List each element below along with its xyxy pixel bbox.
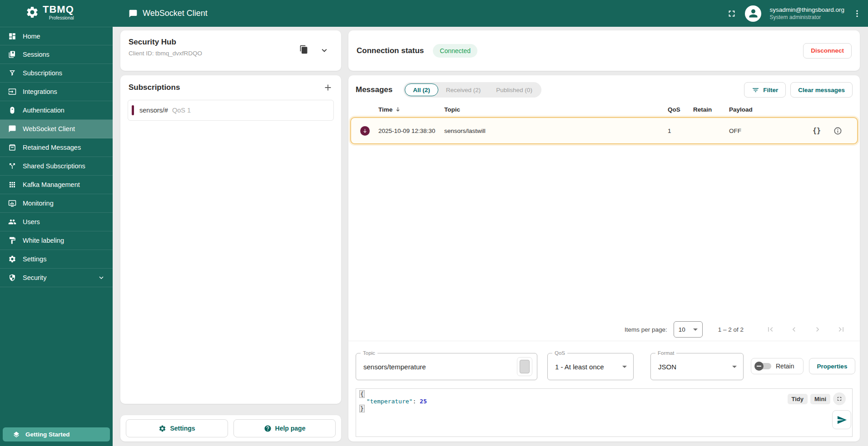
column-retain-label: Retain — [693, 106, 729, 113]
pagination-prev-button[interactable] — [787, 325, 801, 334]
sidebar-item-label: Security — [23, 274, 46, 281]
message-row[interactable]: 2025-10-09 12:38:30 sensors/lastwill 1 O… — [350, 117, 858, 144]
sidebar-item-shared-subscriptions[interactable]: Shared Subscriptions — [0, 157, 113, 176]
add-subscription-button[interactable] — [323, 83, 333, 93]
json-value: 25 — [420, 398, 427, 405]
gear-icon — [8, 255, 16, 263]
getting-started-button[interactable]: Getting Started — [3, 427, 110, 441]
tidy-button[interactable]: Tidy — [788, 394, 808, 404]
user-role: System administrator — [769, 14, 844, 21]
connection-status-title: Connection status — [357, 46, 424, 55]
disconnect-button[interactable]: Disconnect — [803, 43, 852, 59]
logo-title: TBMQ — [43, 4, 74, 15]
subscription-item[interactable]: sensors/# QoS 1 — [128, 100, 334, 121]
sidebar-item-sessions[interactable]: Sessions — [0, 45, 113, 64]
payload-editor[interactable]: { "temperature": 25 } Tidy Mini — [356, 388, 853, 437]
pagination-next-button[interactable] — [811, 325, 824, 334]
connection-status-card: Connection status Connected Disconnect — [348, 30, 860, 71]
sidebar-item-monitoring[interactable]: Monitoring — [0, 194, 113, 213]
sidebar-item-label: White labeling — [23, 237, 64, 244]
json-key: "temperature" — [367, 398, 413, 405]
close-brace: } — [359, 405, 365, 412]
subscriptions-card: Subscriptions sensors/# QoS 1 — [120, 75, 341, 404]
send-message-button[interactable] — [832, 410, 851, 429]
tab-published[interactable]: Published (0) — [488, 83, 540, 96]
monitor-icon — [8, 199, 16, 207]
getting-started-label: Getting Started — [25, 431, 70, 438]
message-qos: 1 — [668, 127, 693, 134]
filter-lines-icon — [752, 86, 759, 94]
people-icon — [8, 218, 16, 226]
retain-toggle-control[interactable]: Retain — [751, 358, 804, 374]
arrow-down-icon — [362, 128, 368, 134]
qos-field-value: 1 - At least once — [555, 363, 622, 371]
sidebar-item-label: Integrations — [23, 88, 57, 95]
sidebar-item-home[interactable]: Home — [0, 27, 113, 45]
tab-all[interactable]: All (2) — [405, 83, 438, 96]
chevron-left-icon — [789, 325, 799, 334]
chevron-down-icon — [97, 274, 105, 282]
sidebar-item-label: Monitoring — [23, 200, 54, 207]
column-time-label: Time — [378, 106, 392, 113]
sidebar: Home Sessions Subscriptions Integrations… — [0, 27, 113, 446]
payload-json-button[interactable]: {} — [806, 127, 827, 135]
client-settings-label: Settings — [170, 425, 195, 432]
received-direction-badge — [360, 126, 370, 136]
input-icon — [8, 88, 16, 96]
sidebar-item-kafka-management[interactable]: Kafka Management — [0, 176, 113, 194]
sidebar-item-label: WebSocket Client — [23, 125, 75, 132]
connection-status-badge: Connected — [433, 44, 477, 58]
publish-topic-field[interactable]: Topic sensors/temperature — [356, 353, 537, 380]
send-icon — [837, 415, 847, 425]
sidebar-item-label: Users — [23, 218, 40, 225]
user-email: sysadmin@thingsboard.org — [769, 6, 844, 14]
client-settings-button[interactable]: Settings — [126, 419, 228, 437]
tbmq-logo[interactable]: TBMQ Professional — [25, 4, 74, 20]
sidebar-item-settings[interactable]: Settings — [0, 250, 113, 269]
chat-bubble-icon — [129, 9, 138, 18]
open-brace: { — [359, 390, 365, 398]
sidebar-item-label: Retained Messages — [23, 144, 81, 151]
properties-button[interactable]: Properties — [809, 358, 855, 374]
sidebar-item-label: Subscriptions — [23, 69, 62, 77]
mini-button[interactable]: Mini — [810, 394, 830, 404]
publish-qos-select[interactable]: QoS 1 - At least once — [547, 353, 634, 380]
messages-card: Messages All (2) Received (2) Published … — [348, 75, 860, 441]
column-time-sort[interactable]: Time — [378, 106, 444, 113]
pagination-last-button[interactable] — [834, 325, 848, 334]
topic-color-swatch-button[interactable] — [517, 357, 532, 376]
message-payload: OFF — [729, 127, 806, 134]
paint-icon — [8, 236, 16, 245]
publish-format-select[interactable]: Format JSON — [650, 353, 744, 380]
divider — [348, 341, 860, 341]
sidebar-item-label: Settings — [23, 255, 46, 263]
pagination-first-button[interactable] — [764, 325, 777, 334]
clear-messages-button[interactable]: Clear messages — [790, 82, 853, 98]
fullscreen-button[interactable] — [727, 9, 737, 19]
sidebar-item-white-labeling[interactable]: White labeling — [0, 231, 113, 250]
sidebar-item-users[interactable]: Users — [0, 213, 113, 231]
sidebar-item-authentication[interactable]: Authentication — [0, 101, 113, 120]
help-page-button[interactable]: Help page — [233, 419, 336, 437]
toggle-knob-minus-icon — [754, 362, 764, 371]
retain-toggle[interactable] — [756, 363, 771, 369]
sidebar-item-websocket-client[interactable]: WebSocket Client — [0, 120, 113, 138]
sidebar-item-integrations[interactable]: Integrations — [0, 83, 113, 101]
sidebar-item-label: Home — [23, 33, 40, 40]
editor-fullscreen-button[interactable] — [833, 392, 846, 405]
tbmq-logo-icon — [25, 5, 39, 19]
sessions-book-icon — [8, 50, 16, 59]
column-topic-label: Topic — [444, 106, 668, 113]
more-menu-button[interactable] — [853, 9, 862, 18]
sidebar-item-retained-messages[interactable]: Retained Messages — [0, 138, 113, 157]
sidebar-item-subscriptions[interactable]: Subscriptions — [0, 64, 113, 83]
copy-client-id-button[interactable] — [299, 45, 308, 54]
tab-received[interactable]: Received (2) — [438, 83, 489, 96]
message-info-button[interactable] — [827, 127, 848, 135]
sidebar-item-security[interactable]: Security — [0, 269, 113, 287]
expand-security-hub-button[interactable] — [319, 45, 329, 55]
filter-button[interactable]: Filter — [744, 82, 786, 98]
items-per-page-select[interactable]: 10 — [674, 321, 703, 338]
avatar[interactable] — [745, 5, 761, 22]
security-hub-card: Security Hub Client ID: tbmq_dvxfRDQO — [120, 30, 341, 71]
